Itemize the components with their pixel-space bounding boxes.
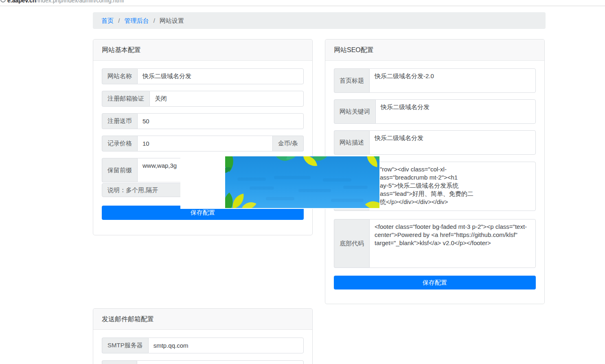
smtp-partial-row <box>102 360 304 364</box>
smtp-partial-label <box>102 360 137 364</box>
home-title-row: 首页标题 快乐二级域名分发-2.0 <box>334 68 536 93</box>
seo-config-card-title: 网站SEO配置 <box>325 39 544 61</box>
sky-leaves-banner-image <box>225 156 379 208</box>
browser-address-bar[interactable]: e.aapev.cn/index.php/index/admin/config.… <box>0 0 605 6</box>
reserved-prefix-label: 保留前缀 <box>102 158 137 182</box>
breadcrumb-home-link[interactable]: 首页 <box>101 17 114 24</box>
breadcrumb-separator: / <box>118 17 120 24</box>
site-keywords-row: 网站关键词 快乐二级域名分发 <box>334 99 536 124</box>
record-price-row: 记录价格 金币/条 <box>102 136 304 151</box>
site-keywords-textarea[interactable]: 快乐二级域名分发 <box>375 99 536 124</box>
leaf-icon <box>242 198 256 208</box>
breadcrumb-admin-link[interactable]: 管理后台 <box>125 17 149 24</box>
smtp-partial-input[interactable] <box>137 360 304 364</box>
site-info-icon[interactable] <box>0 0 6 2</box>
site-keywords-label: 网站关键词 <box>334 99 375 124</box>
register-coins-row: 注册送币 <box>102 113 304 129</box>
basic-config-card-title: 网站基本配置 <box>93 39 312 61</box>
floating-overlay <box>180 156 379 209</box>
site-name-label: 网站名称 <box>102 68 137 84</box>
url-domain: e.aapev.cn <box>7 0 36 4</box>
smtp-server-label: SMTP服务器 <box>102 338 148 353</box>
home-title-textarea[interactable]: 快乐二级域名分发-2.0 <box>369 68 536 93</box>
footer-code-label: 底部代码 <box>334 219 369 268</box>
register-coins-input[interactable] <box>137 113 304 129</box>
url-path: /index.php/index/admin/config.html <box>36 0 124 4</box>
page-url: e.aapev.cn/index.php/index/admin/config.… <box>7 0 124 4</box>
email-verify-row: 注册邮箱验证 <box>102 91 304 107</box>
footer-code-textarea[interactable]: <footer class="footer bg-faded mt-3 p-2"… <box>369 219 536 268</box>
record-price-input[interactable] <box>137 136 273 151</box>
breadcrumb-current-page: 网站设置 <box>160 17 184 24</box>
site-name-row: 网站名称 <box>102 68 304 84</box>
record-price-label: 记录价格 <box>102 136 137 151</box>
header-code-textarea[interactable]: "row"><div class="col-xl- ass="breadcrum… <box>369 162 536 211</box>
seo-save-button[interactable]: 保存配置 <box>334 276 536 289</box>
leaf-icon <box>365 196 379 208</box>
smtp-server-input[interactable] <box>148 338 304 353</box>
email-config-card: 发送邮件邮箱配置 SMTP服务器 <box>93 308 313 364</box>
email-verify-label: 注册邮箱验证 <box>102 91 149 107</box>
footer-code-row: 底部代码 <footer class="footer bg-faded mt-3… <box>334 219 536 268</box>
breadcrumb-separator: / <box>153 17 155 24</box>
record-price-unit-suffix: 金币/条 <box>273 136 304 151</box>
site-description-label: 网站描述 <box>334 130 369 155</box>
email-config-card-title: 发送邮件邮箱配置 <box>93 309 312 330</box>
site-description-textarea[interactable]: 快乐二级域名分发 <box>369 130 536 155</box>
home-title-label: 首页标题 <box>334 68 369 93</box>
site-description-row: 网站描述 快乐二级域名分发 <box>334 130 536 155</box>
smtp-server-row: SMTP服务器 <box>102 338 304 353</box>
site-name-input[interactable] <box>137 68 304 84</box>
register-coins-label: 注册送币 <box>102 113 137 129</box>
email-verify-input[interactable] <box>149 91 304 107</box>
leaf-icon <box>286 156 298 161</box>
breadcrumb: 首页 / 管理后台 / 网站设置 <box>93 12 546 29</box>
